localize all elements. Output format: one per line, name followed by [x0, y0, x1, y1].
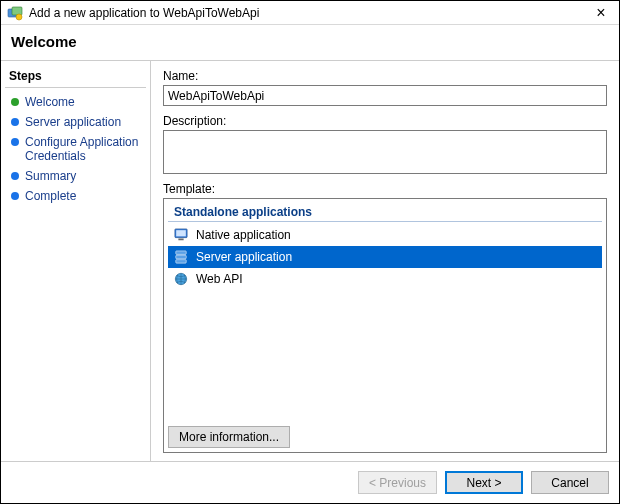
close-button[interactable]: × — [589, 4, 613, 22]
cancel-button[interactable]: Cancel — [531, 471, 609, 494]
footer: < Previous Next > Cancel — [1, 461, 619, 503]
svg-rect-8 — [176, 260, 187, 264]
step-complete[interactable]: Complete — [5, 186, 146, 206]
step-welcome[interactable]: Welcome — [5, 92, 146, 112]
template-item-server-application[interactable]: Server application — [168, 246, 602, 268]
monitor-icon — [172, 227, 190, 243]
step-label: Welcome — [25, 95, 142, 109]
next-button[interactable]: Next > — [445, 471, 523, 494]
template-listbox: Standalone applications Native applicati… — [163, 198, 607, 453]
name-label: Name: — [163, 69, 607, 83]
step-bullet-current-icon — [11, 98, 19, 106]
step-label: Configure Application Credentials — [25, 135, 142, 163]
body: Steps Welcome Server application Configu… — [1, 60, 619, 461]
step-label: Summary — [25, 169, 142, 183]
template-label: Template: — [163, 182, 607, 196]
app-wizard-icon — [7, 5, 23, 21]
step-server-application[interactable]: Server application — [5, 112, 146, 132]
server-icon — [172, 249, 190, 265]
step-bullet-pending-icon — [11, 192, 19, 200]
dialog-window: Add a new application to WebApiToWebApi … — [0, 0, 620, 504]
svg-rect-5 — [178, 239, 183, 241]
template-item-label: Server application — [196, 250, 292, 264]
step-bullet-pending-icon — [11, 138, 19, 146]
template-list: Native application Server application — [164, 222, 606, 422]
step-bullet-pending-icon — [11, 118, 19, 126]
name-input[interactable] — [163, 85, 607, 106]
svg-point-2 — [16, 14, 22, 20]
template-item-web-api[interactable]: Web API — [168, 268, 602, 290]
steps-sidebar: Steps Welcome Server application Configu… — [1, 61, 151, 461]
previous-button: < Previous — [358, 471, 437, 494]
svg-rect-7 — [176, 255, 187, 259]
more-information-button[interactable]: More information... — [168, 426, 290, 448]
svg-rect-1 — [12, 7, 22, 15]
description-label: Description: — [163, 114, 607, 128]
steps-title: Steps — [5, 67, 146, 88]
step-configure-credentials[interactable]: Configure Application Credentials — [5, 132, 146, 166]
template-item-native-application[interactable]: Native application — [168, 224, 602, 246]
globe-icon — [172, 271, 190, 287]
svg-rect-6 — [176, 251, 187, 255]
description-input[interactable] — [163, 130, 607, 174]
step-label: Server application — [25, 115, 142, 129]
main-panel: Name: Description: Template: Standalone … — [151, 61, 619, 461]
template-item-label: Web API — [196, 272, 242, 286]
header: Welcome — [1, 25, 619, 60]
titlebar: Add a new application to WebApiToWebApi … — [1, 1, 619, 25]
window-title: Add a new application to WebApiToWebApi — [29, 6, 589, 20]
step-label: Complete — [25, 189, 142, 203]
svg-rect-4 — [176, 230, 186, 236]
step-summary[interactable]: Summary — [5, 166, 146, 186]
template-item-label: Native application — [196, 228, 291, 242]
page-heading: Welcome — [11, 33, 609, 50]
template-group-header: Standalone applications — [168, 201, 602, 222]
step-bullet-pending-icon — [11, 172, 19, 180]
